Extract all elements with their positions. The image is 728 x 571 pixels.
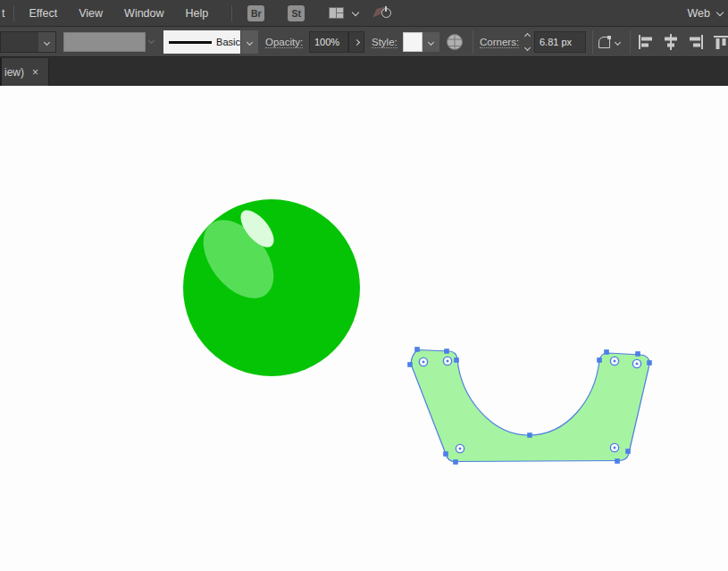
stroke-swatch[interactable] [63,32,146,52]
style-label[interactable]: Style: [372,37,397,48]
brush-definition-preview[interactable]: Basic [163,30,240,54]
chevron-down-icon [148,38,155,44]
document-tab-bar: iew) × [0,58,728,86]
corner-shape-icon [598,37,610,48]
menu-item-window[interactable]: Window [113,0,174,27]
control-bar: Basic Opacity: 100% Style: Corners: 6.81… [0,27,728,57]
chevron-down-icon[interactable] [352,8,359,15]
tab-close-icon[interactable]: × [32,66,38,79]
menu-divider [13,5,14,21]
corner-widget-dot [423,361,425,364]
anchor-point[interactable] [414,347,420,352]
arrange-left-pane [330,8,336,18]
workspace-label: Web [688,7,710,20]
chevron-down-icon [615,38,621,45]
corners-stepper[interactable] [522,32,532,52]
align-top-button[interactable] [713,34,728,50]
anchor-point[interactable] [625,449,631,454]
menu-item-clipped[interactable]: t [0,0,10,27]
brush-stroke-preview [169,41,212,44]
style-dropdown-button[interactable] [423,32,439,52]
anchor-point[interactable] [635,351,640,357]
menu-bar: t Effect View Window Help Br St Web [0,0,728,27]
opacity-field[interactable]: 100% [309,31,348,53]
brush-dropdown-button[interactable] [240,30,258,54]
corner-options-button[interactable] [598,34,625,50]
corner-widget-dot [459,448,462,450]
menu-item-effect[interactable]: Effect [18,0,68,27]
menu-divider [231,5,232,21]
arrange-documents-icon[interactable] [329,7,344,19]
corners-label[interactable]: Corners: [480,37,519,48]
corner-widget-dot [614,360,616,363]
chevron-down-icon [716,8,724,15]
arrange-right-pane [337,8,343,18]
artboard-canvas[interactable] [0,86,728,571]
align-right-button[interactable] [687,34,705,50]
stock-icon[interactable]: St [288,5,305,21]
corner-widget-dot [447,360,449,363]
anchor-point[interactable] [407,362,413,367]
document-tab[interactable]: iew) × [0,58,49,86]
divider [473,30,473,54]
workspace-switcher[interactable]: Web [688,7,728,20]
anchor-point[interactable] [443,451,448,457]
anchor-point[interactable] [527,432,532,438]
brush-name: Basic [216,37,240,47]
fill-swatch [1,32,38,52]
stepper-up-icon[interactable] [523,33,530,39]
corner-radius-field[interactable]: 6.81 px [534,31,586,53]
divider [592,30,593,54]
align-left-button[interactable] [637,34,655,50]
corner-widget-dot [636,363,639,365]
canvas-artwork[interactable] [0,86,728,571]
gpu-performance-icon[interactable] [372,5,392,21]
stepper-down-icon[interactable] [523,45,530,51]
menu-item-view[interactable]: View [68,0,113,27]
anchor-point[interactable] [597,357,602,363]
anchor-point[interactable] [604,349,609,355]
fill-color-dropdown[interactable] [0,31,56,53]
corner-widget-dot [614,447,616,449]
anchor-point[interactable] [453,459,458,465]
opacity-label[interactable]: Opacity: [265,37,303,48]
divider [630,30,631,54]
anchor-point[interactable] [444,348,449,354]
align-center-horizontal-button[interactable] [662,34,680,50]
graphic-style-swatch[interactable] [403,32,423,52]
bridge-icon[interactable]: Br [247,5,264,21]
power-icon [381,8,391,18]
anchor-point[interactable] [647,360,652,365]
menu-item-help[interactable]: Help [175,0,220,27]
recolor-artwork-icon[interactable] [446,33,464,51]
more-options-button[interactable] [348,31,364,53]
fill-dropdown-button[interactable] [38,32,55,52]
anchor-point[interactable] [454,357,459,363]
anchor-point[interactable] [615,458,620,464]
document-tab-label: iew) [4,66,24,79]
